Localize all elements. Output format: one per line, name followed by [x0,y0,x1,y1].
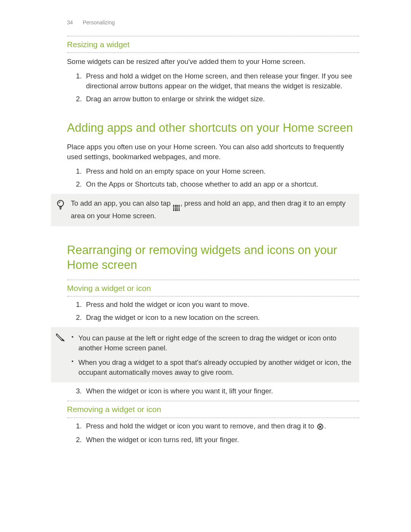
resizing-heading: Resizing a widget [67,38,359,51]
removing-step1-post: . [324,422,326,430]
moving-heading: Moving a widget or icon [67,282,359,294]
lightbulb-icon [55,198,66,211]
divider [67,52,359,53]
list-item: Press and hold the widget or icon you wa… [84,300,359,310]
divider [67,401,359,401]
adding-steps: Press and hold on an empty space on your… [67,166,359,189]
page-header: 34 Personalizing [67,19,359,27]
list-item: When the widget or icon is where you wan… [84,386,359,396]
adding-intro: Place apps you often use on your Home sc… [67,142,359,162]
svg-rect-3 [60,209,61,209]
resizing-intro: Some widgets can be resized after you've… [67,57,359,67]
svg-point-0 [57,200,64,206]
adding-heading: Adding apps and other shortcuts on your … [67,121,359,136]
removing-steps: Press and hold the widget or icon you wa… [67,421,359,445]
tip-text-pre: To add an app, you can also tap [71,199,172,207]
remove-circle-icon [317,422,323,432]
rearranging-heading: Rearranging or removing widgets and icon… [67,243,359,273]
divider [67,417,359,418]
list-item: Drag the widget or icon to a new locatio… [84,313,359,323]
removing-section: Removing a widget or icon Press and hold… [67,401,359,444]
list-item: On the Apps or Shortcuts tab, choose whe… [84,179,359,189]
tip-callout: To add an app, you can also tap , press … [51,194,359,226]
list-item: When the widget or icon turns red, lift … [84,435,359,445]
list-item: Press and hold on an empty space on your… [84,166,359,176]
moving-steps-a: Press and hold the widget or icon you wa… [67,300,359,323]
pencil-icon [55,332,66,342]
resizing-steps: Press and hold a widget on the Home scre… [67,71,359,104]
list-item: You can pause at the left or right edge … [71,333,354,353]
list-item: When you drag a widget to a spot that's … [71,358,354,377]
list-item: Press and hold the widget or icon you wa… [84,421,359,432]
removing-step1-pre: Press and hold the widget or icon you wa… [86,422,316,430]
tip-text: To add an app, you can also tap , press … [71,198,354,221]
note-list: You can pause at the left or right edge … [71,333,354,377]
svg-rect-2 [59,208,62,208]
divider [67,280,359,280]
divider [67,36,359,37]
resizing-section: Resizing a widget Some widgets can be re… [67,36,359,104]
page-section: Personalizing [83,19,115,26]
note-callout: You can pause at the left or right edge … [51,327,359,383]
moving-steps-b: When the widget or icon is where you wan… [67,386,359,396]
removing-heading: Removing a widget or icon [67,403,359,415]
list-item: Press and hold a widget on the Home scre… [84,71,359,91]
moving-section: Moving a widget or icon Press and hold t… [67,280,359,396]
list-item: Drag an arrow button to enlarge or shrin… [84,94,359,104]
svg-rect-1 [59,206,62,207]
page-number: 34 [67,19,73,26]
divider [67,296,359,297]
apps-grid-icon [173,205,180,211]
